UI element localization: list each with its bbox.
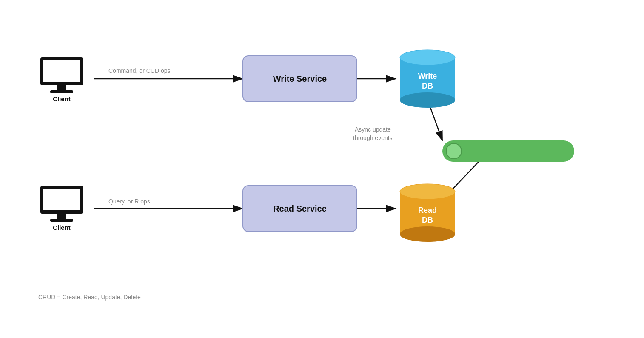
svg-rect-11 — [50, 90, 73, 93]
read-db: Read DB — [396, 177, 459, 246]
svg-rect-20 — [57, 214, 66, 219]
monitor-icon-read — [38, 184, 85, 222]
read-arrow-label: Query, or R ops — [108, 198, 150, 205]
svg-rect-9 — [43, 60, 80, 82]
arrows-svg — [0, 0, 644, 338]
event-bus — [442, 140, 574, 162]
write-client: Client — [38, 55, 85, 103]
svg-rect-10 — [57, 85, 66, 90]
read-service-label: Read Service — [273, 203, 327, 214]
monitor-icon-write — [38, 55, 85, 94]
svg-rect-19 — [43, 189, 80, 210]
write-arrow-label: Command, or CUD ops — [108, 67, 171, 74]
read-client: Client — [38, 184, 85, 231]
svg-text:Write: Write — [418, 72, 437, 80]
diagram-container: Client Command, or CUD ops Write Service… — [0, 0, 644, 338]
svg-text:DB: DB — [422, 216, 433, 224]
svg-point-23 — [400, 226, 455, 242]
write-db: Write DB — [396, 43, 459, 112]
write-client-label: Client — [53, 95, 71, 103]
read-service-box: Read Service — [242, 185, 357, 232]
write-db-icon: Write DB — [396, 43, 459, 111]
read-client-label: Client — [53, 224, 71, 231]
svg-text:DB: DB — [422, 82, 433, 90]
svg-rect-21 — [50, 219, 73, 222]
footer-note: CRUD = Create, Read, Update, Delete — [38, 294, 141, 301]
write-service-label: Write Service — [273, 73, 327, 84]
svg-text:Read: Read — [418, 206, 437, 215]
async-label: Async update through events — [353, 126, 393, 142]
event-bus-circle — [446, 143, 462, 159]
write-service-box: Write Service — [242, 55, 357, 102]
svg-point-13 — [400, 92, 455, 108]
read-db-icon: Read DB — [396, 177, 459, 245]
